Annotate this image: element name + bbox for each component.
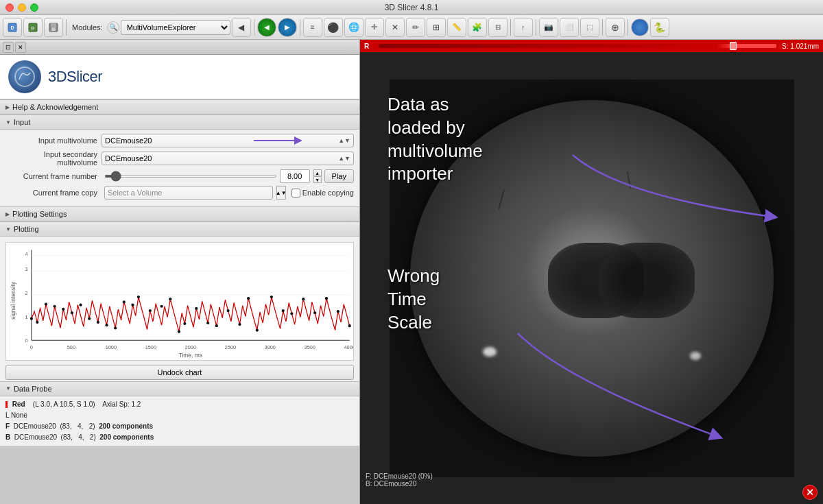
- svg-point-61: [313, 311, 316, 314]
- table-btn[interactable]: ⊟: [488, 18, 508, 37]
- data-button[interactable]: D: [3, 18, 22, 37]
- svg-text:1000: 1000: [106, 344, 117, 350]
- multivolume-dropdown-arrow: ▲▼: [338, 137, 350, 144]
- sep6: [602, 19, 603, 36]
- frame-down[interactable]: ▼: [313, 176, 322, 183]
- svg-point-46: [160, 305, 163, 308]
- play-button[interactable]: Play: [324, 169, 354, 183]
- plotting-arrow: ▼: [5, 226, 11, 232]
- svg-point-56: [256, 328, 259, 331]
- data-probe-title: Data Probe: [14, 385, 52, 393]
- modules-dropdown[interactable]: MultiVolumeExplorer: [121, 20, 230, 35]
- plus-btn[interactable]: ⊕: [606, 18, 625, 37]
- chart-svg: signal intensity 0 1 2 3 4: [6, 243, 353, 359]
- copy-row: Current frame copy Select a Volume ▲▼ En…: [5, 186, 354, 200]
- screenshot-btn[interactable]: 📷: [539, 18, 558, 37]
- sep2: [254, 19, 254, 36]
- multivolume-value: DCEmouse20: [105, 136, 152, 145]
- copy-select[interactable]: Select a Volume: [104, 186, 273, 200]
- up-arrow-btn[interactable]: ↑: [514, 18, 533, 37]
- world-btn[interactable]: 🌐: [344, 18, 363, 37]
- save-button[interactable]: [44, 18, 63, 37]
- plotting-content: signal intensity 0 1 2 3 4: [0, 237, 359, 381]
- plotting-settings-title: Plotting Settings: [12, 210, 67, 218]
- svg-text:4000: 4000: [344, 344, 353, 350]
- enable-copy-label: Enable copying: [302, 189, 354, 197]
- frame-up[interactable]: ▲: [313, 169, 322, 176]
- data-probe-header[interactable]: ▼ Data Probe: [0, 381, 359, 396]
- close-button[interactable]: [5, 3, 14, 12]
- panel-close-button[interactable]: ✕: [15, 42, 26, 53]
- sphere-btn[interactable]: ⚫: [324, 18, 343, 37]
- viewer-slider-handle[interactable]: [730, 42, 737, 50]
- input-section-content: Input multivolume DCEmouse20 ▲▼ Input se…: [0, 130, 359, 206]
- frame-label: Current frame number: [5, 172, 102, 180]
- mri-bright-left: [483, 347, 497, 357]
- blue-circle-btn[interactable]: [631, 19, 649, 36]
- secondary-row: Input secondary multivolume DCEmouse20 ▲…: [5, 150, 354, 167]
- panel-header-buttons: ⊡ ✕: [3, 42, 26, 53]
- arrow-btn[interactable]: ◀: [232, 18, 251, 37]
- svg-point-31: [30, 317, 33, 320]
- search-button[interactable]: 🔍: [107, 21, 119, 34]
- error-button[interactable]: ✕: [802, 485, 818, 500]
- help-section-header[interactable]: ▶ Help & Acknowledgement: [0, 99, 359, 115]
- plot-area: signal intensity 0 1 2 3 4: [5, 242, 354, 361]
- sep1: [66, 19, 67, 36]
- mri-area[interactable]: Data as loaded by multivolume importer W…: [360, 52, 823, 504]
- copy-dropdown-btn[interactable]: ▲▼: [276, 186, 286, 200]
- frame-slider[interactable]: [104, 175, 277, 178]
- panel-header: ⊡ ✕: [0, 40, 359, 55]
- grid-btn[interactable]: ⊞: [427, 18, 446, 37]
- ext-btn[interactable]: ⬚: [580, 18, 599, 37]
- svg-point-41: [114, 326, 117, 329]
- svg-point-47: [169, 298, 171, 300]
- secondary-select-wrapper[interactable]: DCEmouse20 ▲▼: [102, 152, 354, 165]
- forward-btn[interactable]: ▶: [278, 18, 297, 37]
- probe-row-red: Red (L 3.0, A 10.5, S 1.0) Axial Sp: 1.2: [5, 399, 354, 410]
- left-panel-scrollable[interactable]: ▶ Help & Acknowledgement ▼ Input Input m…: [0, 99, 359, 504]
- copy-label: Current frame copy: [5, 189, 102, 197]
- window-title: 3D Slicer 4.8.1: [385, 3, 439, 12]
- pencil-btn[interactable]: ✏: [406, 18, 425, 37]
- svg-text:D: D: [10, 25, 14, 30]
- sep3: [300, 19, 300, 36]
- python-btn[interactable]: 🐍: [650, 18, 669, 37]
- plotting-settings-header[interactable]: ▶ Plotting Settings: [0, 206, 359, 221]
- crosshair-btn[interactable]: ✕: [385, 18, 405, 37]
- svg-text:0: 0: [30, 344, 33, 350]
- svg-point-50: [195, 307, 198, 310]
- enable-copy-checkbox[interactable]: [291, 189, 300, 197]
- svg-rect-5: [51, 23, 56, 27]
- svg-point-58: [282, 309, 285, 312]
- svg-point-62: [325, 297, 328, 300]
- probe-layer-f: F DCEmouse20 (83, 4, 2) 200 components: [5, 421, 354, 432]
- svg-text:1500: 1500: [145, 344, 156, 350]
- minimize-button[interactable]: [18, 3, 26, 12]
- svg-text:3500: 3500: [305, 344, 315, 350]
- puzzle-btn[interactable]: 🧩: [468, 18, 487, 37]
- input-section-header[interactable]: ▼ Input: [0, 115, 359, 130]
- multivolume-row: Input multivolume DCEmouse20 ▲▼: [5, 134, 354, 147]
- record-btn[interactable]: ⬜: [560, 18, 579, 37]
- svg-text:2500: 2500: [225, 344, 236, 350]
- svg-point-53: [227, 309, 230, 312]
- toolbar: D D Modules: 🔍 MultiVolumeExplorer ◀ ◀ ▶…: [0, 15, 823, 40]
- enable-copy-wrapper: Enable copying: [291, 189, 354, 197]
- main-content: ⊡ ✕ 3DSlicer ▶ Help & Acknowledgement: [0, 40, 823, 504]
- maximize-button[interactable]: [30, 3, 38, 12]
- dcm-button[interactable]: D: [23, 18, 43, 37]
- plotting-section-header[interactable]: ▼ Plotting: [0, 221, 359, 237]
- frame-spinners: ▲ ▼: [313, 169, 322, 183]
- pin-button[interactable]: ⊡: [3, 42, 14, 53]
- cursor-btn[interactable]: ✛: [365, 18, 384, 37]
- list-btn[interactable]: ≡: [303, 18, 322, 37]
- undock-chart-button[interactable]: Undock chart: [5, 365, 354, 380]
- back-btn[interactable]: ◀: [257, 18, 276, 37]
- help-title: Help & Acknowledgement: [12, 103, 98, 111]
- multivolume-select-wrapper[interactable]: DCEmouse20 ▲▼: [102, 134, 354, 147]
- data-probe-content: Red (L 3.0, A 10.5, S 1.0) Axial Sp: 1.2…: [0, 396, 359, 446]
- titlebar: 3D Slicer 4.8.1: [0, 0, 823, 15]
- ruler-btn[interactable]: 📏: [447, 18, 466, 37]
- viewer-b-info: B: DCEmouse20: [366, 480, 433, 488]
